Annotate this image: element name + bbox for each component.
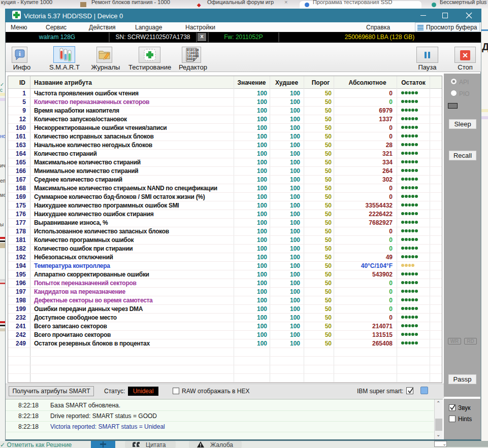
svg-text:0001: 0001	[187, 58, 195, 61]
